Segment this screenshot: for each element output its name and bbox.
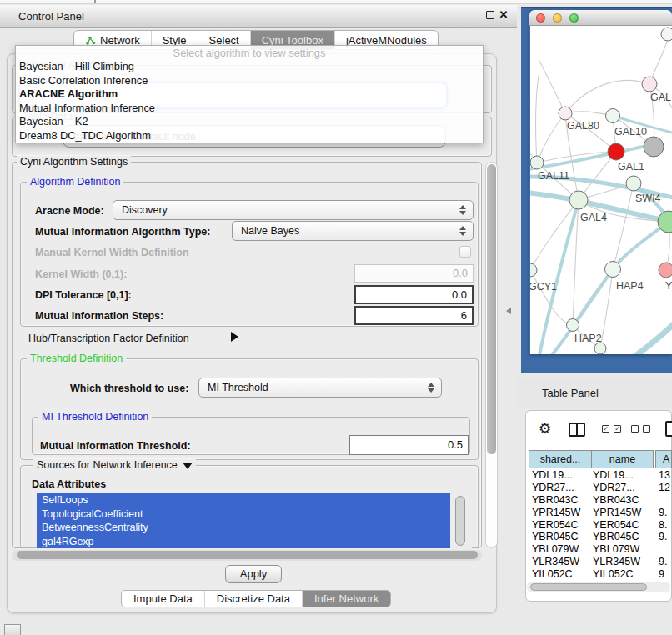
tab-discretize-data[interactable]: Discretize Data — [205, 591, 303, 607]
attribute-item[interactable]: TopologicalCoefficient — [37, 508, 450, 522]
dpi-tolerance-label: DPI Tolerance [0,1]: — [35, 289, 132, 301]
which-threshold-combobox[interactable]: MI Threshold — [198, 378, 442, 398]
table-cell: YLR345W — [591, 556, 655, 568]
algorithm-option[interactable]: Bayesian – K2 — [16, 115, 483, 129]
table-cell: YPR145W — [591, 507, 655, 519]
algorithm-option[interactable]: Bayesian – Hill Climbing — [16, 60, 483, 74]
table-cell: 9. — [655, 556, 667, 568]
algorithm-option[interactable]: Basic Correlation Inference — [16, 74, 483, 88]
table-cell: YBL079W — [591, 543, 655, 556]
attributes-scrollbar-thumb[interactable] — [455, 496, 465, 546]
table-row[interactable]: YPR145WYPR145W9. — [527, 507, 672, 519]
column-header-third[interactable]: A — [655, 450, 672, 468]
algorithm-definition-title: Algorithm Definition — [27, 176, 123, 188]
table-panel-title: Table Panel — [542, 387, 599, 399]
attribute-item[interactable]: BetweennessCentrality — [37, 521, 450, 535]
network-node-gal-cut[interactable] — [642, 77, 657, 92]
network-canvas[interactable]: GALGAL80GAL10GAL1GAL11SWI4GAL4GCY1HAP4YH… — [530, 26, 672, 354]
network-window-titlebar[interactable] — [529, 10, 672, 26]
aracne-mode-value: Discovery — [122, 204, 168, 216]
minimize-traffic-light-icon[interactable] — [553, 13, 562, 22]
network-edge — [535, 76, 539, 162]
split-columns-icon[interactable] — [569, 422, 585, 437]
control-panel-title: Control Panel — [18, 10, 84, 22]
manual-kernel-checkbox[interactable] — [459, 246, 471, 258]
network-node-partial-bottom[interactable] — [594, 342, 606, 354]
deselect-all-checkbox-icon[interactable] — [631, 425, 639, 432]
network-node-hap2[interactable] — [567, 319, 579, 332]
column-header-name[interactable]: name — [591, 450, 654, 468]
zoom-traffic-light-icon[interactable] — [569, 13, 579, 22]
table-cell: YBR045C — [527, 531, 591, 543]
table-row[interactable]: YDL19...YDL19...13 — [527, 469, 672, 482]
bottom-left-button[interactable] — [4, 624, 21, 635]
mi-steps-label: Mutual Information Steps: — [35, 310, 163, 322]
attribute-item[interactable]: SelfLoops — [37, 493, 450, 508]
float-window-icon[interactable] — [486, 11, 494, 19]
network-node-gray-node[interactable] — [644, 137, 664, 157]
table-cell: 9 — [655, 568, 664, 581]
deselect-all-checkbox-icon2[interactable] — [643, 425, 650, 432]
network-node-gal11[interactable] — [530, 156, 544, 169]
network-node-swi4[interactable] — [626, 176, 641, 191]
table-cell: YDL19... — [527, 469, 591, 482]
dpi-tolerance-field[interactable]: 0.0 — [354, 285, 474, 304]
algorithm-option[interactable]: Mutual Information Inference — [16, 102, 483, 116]
table-cell: 9. — [655, 531, 667, 543]
network-node-partial-top[interactable] — [661, 28, 672, 41]
tab-infer-network[interactable]: Infer Network — [303, 591, 390, 607]
apply-button[interactable]: Apply — [225, 565, 282, 583]
table-cell — [655, 494, 659, 507]
select-all-checkbox-icon2[interactable]: ✓ — [614, 425, 621, 432]
select-all-checkbox-icon[interactable]: ✓ — [602, 425, 609, 432]
mi-threshold-field[interactable]: 0.5 — [349, 435, 469, 455]
table-rows: YDL19...YDL19...13YDR27...YDR27...12YBR0… — [527, 469, 672, 581]
close-traffic-light-icon[interactable] — [536, 13, 545, 22]
table-row[interactable]: YDR27...YDR27...12 — [527, 482, 672, 494]
collapse-arrow-icon — [183, 462, 193, 469]
file-icon[interactable] — [665, 421, 672, 437]
expand-arrow-icon[interactable] — [231, 332, 238, 342]
data-attributes-list[interactable]: SelfLoopsTopologicalCoefficientBetweenne… — [37, 493, 472, 549]
algorithm-option[interactable]: Dream8 DC_TDC Algorithm — [16, 129, 483, 143]
splitter-collapse-icon[interactable] — [506, 308, 511, 314]
table-row[interactable]: YER054CYER054C8. — [527, 519, 672, 532]
close-icon[interactable]: ✕ — [498, 8, 509, 22]
mi-type-value: Naive Bayes — [241, 225, 299, 237]
column-header-shared[interactable]: shared... — [529, 450, 592, 468]
mi-algorithm-type-combobox[interactable]: Naive Bayes — [232, 221, 474, 241]
table-row[interactable]: YLR345WYLR345W9. — [527, 556, 672, 568]
data-attributes-label: Data Attributes — [32, 478, 106, 490]
table-hscrollbar-thumb[interactable] — [530, 583, 647, 591]
mi-steps-field[interactable]: 6 — [354, 306, 474, 325]
kernel-width-field[interactable]: 0.0 — [354, 264, 474, 282]
table-row[interactable]: YBR045CYBR045C9. — [527, 531, 672, 543]
network-window[interactable]: GALGAL80GAL10GAL1GAL11SWI4GAL4GCY1HAP4YH… — [529, 10, 672, 354]
aracne-mode-combobox[interactable]: Discovery — [113, 200, 474, 220]
sources-title[interactable]: Sources for Network Inference — [33, 459, 196, 471]
network-node-hap4[interactable] — [605, 262, 621, 278]
network-node-gcy1[interactable] — [530, 263, 537, 277]
tab-impute-data[interactable]: Impute Data — [122, 591, 205, 607]
node-label-y-cut: Y — [665, 280, 672, 292]
table-row[interactable]: YIL052CYIL052C9 — [527, 568, 672, 581]
network-node-gal4[interactable] — [569, 191, 588, 209]
network-edge — [565, 80, 649, 113]
algorithm-option[interactable]: ARACNE Algorithm — [16, 88, 483, 102]
settings-gear-icon[interactable]: ⚙ — [539, 420, 551, 438]
network-node-gal80[interactable] — [559, 107, 572, 120]
table-row[interactable]: YBL079WYBL079W — [527, 543, 672, 556]
algorithm-list: Bayesian – Hill ClimbingBasic Correlatio… — [16, 60, 483, 142]
hub-tf-definition-toggle[interactable]: Hub/Transcription Factor Definition — [28, 332, 189, 344]
network-node-gal1[interactable] — [608, 143, 624, 160]
network-node-gal10[interactable] — [606, 109, 620, 123]
settings-hscrollbar-thumb[interactable] — [17, 551, 478, 559]
table-row[interactable]: YBR043CYBR043C — [527, 494, 672, 507]
table-cell: YPR145W — [527, 507, 591, 519]
network-node-y-cut[interactable] — [659, 262, 672, 278]
threshold-definition-title: Threshold Definition — [27, 352, 126, 364]
attribute-item[interactable]: gal4RGexp — [37, 535, 450, 549]
tab-label: Impute Data — [133, 592, 193, 605]
settings-vscrollbar-thumb[interactable] — [487, 164, 496, 454]
node-label-gal10: GAL10 — [614, 126, 647, 138]
